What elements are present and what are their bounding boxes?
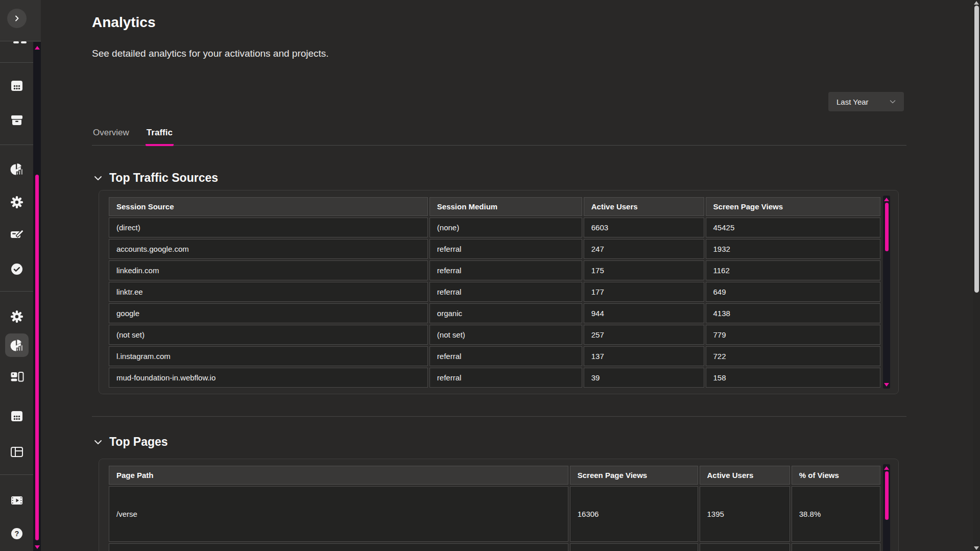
help-icon: ? (10, 526, 24, 541)
sidebar-item-layout[interactable] (7, 442, 27, 462)
table-cell: (none) (429, 218, 582, 237)
window-scrollbar[interactable] (973, 0, 980, 551)
gear-icon (10, 309, 24, 324)
table-cell: 944 (584, 303, 704, 323)
table-cell: 1932 (706, 239, 880, 259)
table-row: (not set)(not set)257779 (109, 325, 880, 345)
table-cell: 175 (584, 260, 704, 280)
table-cell: 16306 (570, 486, 698, 542)
sidebar-item-devices[interactable] (7, 367, 27, 387)
column-header: Active Users (700, 466, 790, 485)
sidebar-item-media[interactable] (7, 490, 27, 511)
table-cell: google (109, 303, 428, 323)
table-cell: linktr.ee (109, 282, 428, 302)
scroll-down-arrow-icon[interactable] (974, 546, 979, 550)
table-scrollbar-thumb[interactable] (885, 471, 889, 520)
sidebar-divider (0, 62, 33, 63)
section-title: Top Traffic Sources (109, 171, 218, 185)
film-video-icon (10, 493, 24, 508)
table-cell: 137 (584, 346, 704, 366)
table-cell: 177 (584, 282, 704, 302)
table-cell: linkedin.com (109, 260, 428, 280)
table-cell: 158 (706, 368, 880, 388)
sidebar-item-settings[interactable] (7, 192, 27, 212)
sidebar-item-card-edit[interactable] (7, 224, 27, 245)
table-scrollbar[interactable] (883, 464, 890, 551)
sidebar-scrollbar-thumb[interactable] (35, 175, 39, 540)
table-cell: 1395 (700, 486, 790, 542)
collapse-section-button[interactable] (92, 436, 104, 448)
sidebar-item-archive[interactable] (7, 110, 27, 130)
sidebar-item-calendar-2[interactable] (7, 406, 27, 426)
date-range-select[interactable]: Last Year (828, 92, 904, 111)
sidebar-item-analytics-active[interactable] (5, 333, 29, 357)
calendar-icon (10, 79, 24, 93)
table-cell: 4138 (706, 303, 880, 323)
chevron-down-icon (92, 172, 104, 184)
traffic-sources-card: Session SourceSession MediumActive Users… (99, 190, 899, 394)
sidebar-item-analytics[interactable] (7, 159, 27, 179)
table-cell: organic (429, 303, 582, 323)
table-cell: 722 (706, 346, 880, 366)
table-cell: 6603 (584, 218, 704, 237)
sidebar-header (0, 0, 41, 41)
table-cell: 24 (700, 543, 790, 551)
sidebar-item-calendar[interactable] (7, 76, 27, 96)
scroll-down-arrow-icon[interactable] (35, 545, 40, 549)
sidebar-item-tasks[interactable] (7, 259, 27, 279)
scroll-up-arrow-icon[interactable] (884, 198, 889, 201)
section-title: Top Pages (109, 435, 168, 449)
column-header: Screen Page Views (570, 466, 698, 485)
collapse-section-button[interactable] (92, 172, 104, 184)
check-circle-icon (10, 262, 24, 276)
scroll-up-arrow-icon[interactable] (974, 1, 979, 5)
scroll-up-arrow-icon[interactable] (884, 466, 889, 470)
table-cell: /verse.html (109, 543, 568, 551)
table-cell: 1162 (706, 260, 880, 280)
scroll-down-arrow-icon[interactable] (884, 383, 889, 387)
table-cell: referral (429, 239, 582, 259)
table-cell: 649 (706, 282, 880, 302)
table-cell: l.instagram.com (109, 346, 428, 366)
table-row: (direct)(none)660345425 (109, 218, 880, 237)
table-scrollbar-thumb[interactable] (885, 203, 889, 251)
app-window: ? Analytics See detailed analytics for y… (0, 0, 980, 551)
column-header: Active Users (584, 197, 704, 216)
tab-overview[interactable]: Overview (92, 127, 130, 146)
column-header: Screen Page Views (706, 197, 880, 216)
column-header: Session Medium (429, 197, 582, 216)
table-row: /verse16306139538.8% (109, 486, 880, 542)
table-cell: 247 (584, 239, 704, 259)
table-row: l.instagram.comreferral137722 (109, 346, 880, 366)
table-header-row: Session SourceSession MediumActive Users… (109, 197, 880, 216)
table-row: linktr.eereferral177649 (109, 282, 880, 302)
grid-partial-icon[interactable] (13, 41, 27, 43)
sidebar-item-help[interactable]: ? (7, 523, 27, 544)
table-cell: 9884 (570, 543, 698, 551)
sidebar-scrollbar[interactable] (33, 42, 41, 551)
date-range-value: Last Year (836, 98, 869, 106)
table-row: linkedin.comreferral1751162 (109, 260, 880, 280)
table-cell: accounts.google.com (109, 239, 428, 259)
table-cell: referral (429, 368, 582, 388)
scroll-up-arrow-icon[interactable] (35, 46, 40, 50)
gear-icon (10, 195, 24, 209)
svg-text:?: ? (15, 530, 19, 538)
sidebar: ? (0, 0, 41, 551)
table-row: googleorganic9444138 (109, 303, 880, 323)
sidebar-divider (0, 145, 33, 145)
chevron-down-icon (92, 436, 104, 448)
table-scrollbar[interactable] (883, 196, 890, 389)
tab-traffic[interactable]: Traffic (146, 127, 174, 146)
top-pages-table: Page PathScreen Page ViewsActive Users% … (107, 464, 882, 551)
sidebar-expand-button[interactable] (7, 9, 27, 28)
section-header-top-pages: Top Pages (92, 435, 168, 449)
column-header: % of Views (792, 466, 880, 485)
sidebar-item-settings-2[interactable] (7, 306, 27, 327)
column-header: Page Path (109, 466, 568, 485)
table-cell: 38.8% (792, 486, 880, 542)
table-cell: (not set) (109, 325, 428, 345)
table-cell: 779 (706, 325, 880, 345)
window-scrollbar-thumb[interactable] (974, 6, 979, 293)
table-cell: 0.7% (792, 543, 880, 551)
